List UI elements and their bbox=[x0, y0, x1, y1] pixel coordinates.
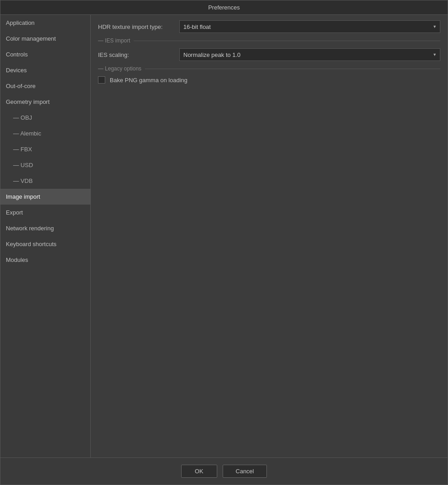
ies-section-label: — IES import bbox=[98, 37, 130, 44]
sidebar-item-obj[interactable]: — OBJ bbox=[0, 110, 90, 126]
legacy-section-label: — Legacy options bbox=[98, 65, 141, 72]
bake-png-row: Bake PNG gamma on loading bbox=[98, 76, 440, 84]
bake-png-checkbox[interactable] bbox=[98, 76, 105, 84]
sidebar-item-image-import[interactable]: Image import bbox=[0, 189, 90, 205]
sidebar-item-controls[interactable]: Controls bbox=[0, 47, 90, 62]
sidebar-item-geometry-import[interactable]: Geometry import bbox=[0, 94, 90, 110]
bake-png-label: Bake PNG gamma on loading bbox=[110, 77, 187, 84]
sidebar-item-color-management[interactable]: Color management bbox=[0, 31, 90, 47]
sidebar-item-application[interactable]: Application bbox=[0, 15, 90, 31]
title-bar: Preferences bbox=[0, 0, 448, 15]
sidebar-item-network-rendering[interactable]: Network rendering bbox=[0, 220, 90, 236]
hdr-field-row: HDR texture import type: 16-bit float32-… bbox=[98, 20, 440, 33]
sidebar-item-vdb[interactable]: — VDB bbox=[0, 173, 90, 189]
sidebar-item-fbx[interactable]: — FBX bbox=[0, 141, 90, 157]
sidebar-item-out-of-core[interactable]: Out-of-core bbox=[0, 78, 90, 94]
sidebar-item-keyboard-shortcuts[interactable]: Keyboard shortcuts bbox=[0, 236, 90, 252]
cancel-button[interactable]: Cancel bbox=[223, 465, 267, 478]
hdr-label: HDR texture import type: bbox=[98, 23, 179, 30]
sidebar: ApplicationColor managementControlsDevic… bbox=[0, 15, 91, 457]
ies-field-row: IES scaling: Normalize peak to 1.0Normal… bbox=[98, 48, 440, 61]
main-content: HDR texture import type: 16-bit float32-… bbox=[91, 15, 448, 457]
sidebar-item-alembic[interactable]: — Alembic bbox=[0, 126, 90, 141]
hdr-select[interactable]: 16-bit float32-bit float8-bit bbox=[179, 20, 440, 33]
dialog-body: ApplicationColor managementControlsDevic… bbox=[0, 15, 448, 457]
sidebar-item-modules[interactable]: Modules bbox=[0, 252, 90, 268]
ies-section-divider: — IES import bbox=[98, 37, 440, 44]
ies-label: IES scaling: bbox=[98, 51, 179, 58]
preferences-dialog: Preferences ApplicationColor managementC… bbox=[0, 0, 448, 485]
ies-select[interactable]: Normalize peak to 1.0Normalize to averag… bbox=[179, 48, 440, 61]
hdr-select-wrapper: 16-bit float32-bit float8-bit bbox=[179, 20, 440, 33]
ies-select-wrapper: Normalize peak to 1.0Normalize to averag… bbox=[179, 48, 440, 61]
dialog-footer: OK Cancel bbox=[0, 457, 448, 485]
sidebar-item-devices[interactable]: Devices bbox=[0, 62, 90, 78]
legacy-section-divider: — Legacy options bbox=[98, 65, 440, 72]
sidebar-item-usd[interactable]: — USD bbox=[0, 157, 90, 173]
dialog-title: Preferences bbox=[208, 4, 240, 11]
sidebar-item-export[interactable]: Export bbox=[0, 205, 90, 220]
ok-button[interactable]: OK bbox=[181, 465, 217, 478]
